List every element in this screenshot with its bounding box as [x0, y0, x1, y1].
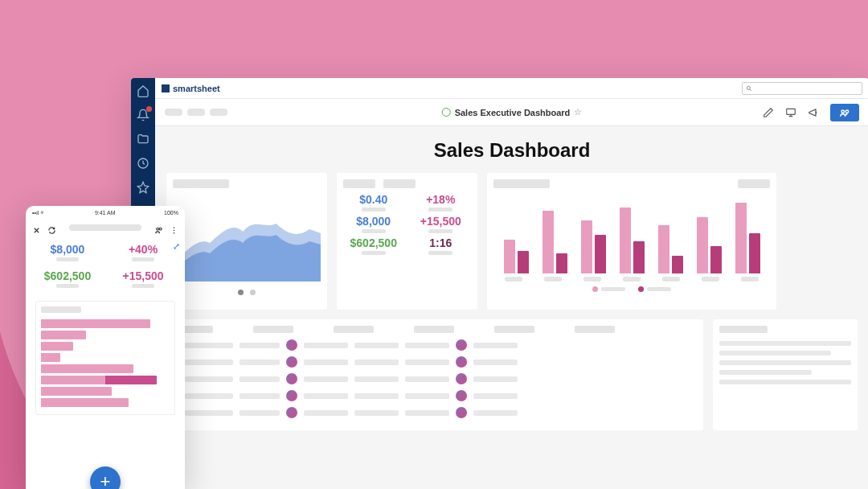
expand-icon[interactable]: ⤢: [173, 241, 180, 252]
avatar: [456, 407, 467, 418]
avatar: [286, 356, 297, 368]
area-chart: [173, 193, 321, 281]
notifications-icon[interactable]: [137, 109, 149, 121]
table-row[interactable]: [173, 373, 697, 384]
star-icon[interactable]: ☆: [574, 107, 582, 117]
area-chart-widget[interactable]: [166, 173, 327, 310]
table-row[interactable]: [173, 339, 697, 351]
dashboard-canvas: Sales Dashboard $0.40 +18% $8,000: [155, 126, 868, 489]
avatar: [286, 373, 297, 384]
dashboard-title: Sales Dashboard: [166, 139, 858, 162]
metric-value: +18%: [411, 193, 472, 212]
signal-icon: ••ıl ᯤ: [32, 210, 46, 216]
svg-point-7: [174, 227, 175, 228]
table-widget[interactable]: [166, 319, 703, 430]
more-icon[interactable]: [170, 224, 178, 232]
edit-icon[interactable]: [763, 107, 774, 118]
mobile-status-bar: ••ıl ᯤ 9:41 AM 100%: [26, 206, 185, 219]
bar-chart-widget[interactable]: [487, 173, 776, 310]
svg-rect-2: [787, 109, 796, 114]
close-icon[interactable]: [32, 224, 41, 232]
metrics-widget[interactable]: $0.40 +18% $8,000 +15,500 $602,500 1:16: [337, 173, 477, 310]
avatar: [286, 407, 297, 418]
hbar-chart: [41, 319, 170, 407]
avatar: [286, 390, 297, 401]
bar-chart: [493, 193, 770, 273]
metric-value: $602,500: [343, 236, 404, 255]
avatar: [456, 390, 467, 401]
refresh-icon[interactable]: [47, 224, 56, 232]
recent-icon[interactable]: [137, 157, 149, 170]
svg-point-1: [747, 86, 750, 89]
title-bar: Sales Executive Dashboard ☆: [155, 99, 868, 126]
battery-indicator: 100%: [164, 210, 178, 216]
document-title: Sales Executive Dashboard ☆: [442, 107, 583, 117]
metric-value: +15,500: [411, 215, 472, 233]
svg-point-3: [841, 110, 845, 113]
home-icon[interactable]: [137, 84, 149, 97]
share-button[interactable]: [830, 104, 859, 121]
summary-widget[interactable]: [713, 319, 858, 430]
fab-add-button[interactable]: +: [90, 466, 121, 489]
avatar: [456, 373, 467, 384]
favorites-icon[interactable]: [137, 181, 149, 194]
search-input[interactable]: [742, 82, 862, 95]
dashboard-type-icon: [442, 108, 451, 117]
desktop-app-window: smartsheet Sales Executive Dashboard ☆ S…: [131, 78, 868, 489]
status-time: 9:41 AM: [95, 210, 116, 216]
svg-point-4: [845, 110, 849, 113]
breadcrumb[interactable]: [165, 109, 227, 116]
brand-logo[interactable]: smartsheet: [162, 84, 220, 93]
avatar: [286, 339, 297, 351]
metric-value: $8,000: [343, 215, 404, 233]
svg-point-8: [174, 229, 175, 231]
metric-value: +40%: [111, 243, 175, 261]
hbar-chart-widget[interactable]: [35, 301, 175, 415]
metric-value: $8,000: [35, 243, 100, 261]
svg-point-6: [159, 228, 162, 230]
table-row[interactable]: [173, 390, 697, 401]
metric-value: +15,500: [111, 269, 175, 288]
metric-value: $602,500: [35, 269, 100, 288]
brand-bar: smartsheet: [155, 78, 868, 99]
svg-point-9: [174, 232, 175, 233]
present-icon[interactable]: [785, 107, 796, 118]
announce-icon[interactable]: [808, 107, 819, 118]
table-row[interactable]: [173, 356, 697, 368]
mobile-app-window: ••ıl ᯤ 9:41 AM 100% ⤢ $8,000 +40% $602,5…: [26, 206, 185, 489]
folder-icon[interactable]: [137, 133, 149, 146]
chart-legend: [493, 286, 770, 292]
avatar: [456, 339, 467, 351]
mobile-toolbar: [26, 219, 185, 236]
svg-point-5: [157, 228, 159, 230]
table-row[interactable]: [173, 407, 697, 418]
metric-value: $0.40: [343, 193, 404, 212]
metric-value: 1:16: [411, 236, 472, 255]
people-icon[interactable]: [154, 224, 163, 232]
avatar: [456, 356, 467, 368]
